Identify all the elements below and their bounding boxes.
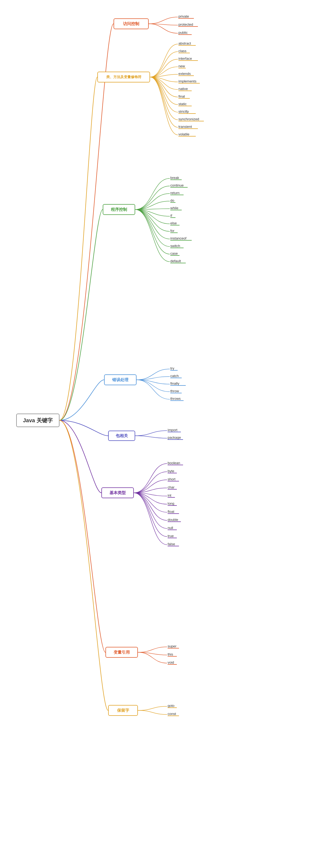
leaf-label: throw <box>170 389 179 393</box>
leaf-underline <box>170 400 183 401</box>
leaf-underline <box>178 45 196 46</box>
leaf-underline <box>170 225 179 225</box>
leaf-label: byte <box>168 469 174 473</box>
leaf-underline <box>168 432 181 432</box>
leaf-label: default <box>170 259 181 263</box>
leaf-underline <box>170 240 192 241</box>
category-node: 程序控制 <box>103 204 135 215</box>
leaf-label: protected <box>178 23 193 27</box>
leaf-underline <box>168 530 177 530</box>
leaf-underline <box>178 128 198 129</box>
leaf-underline <box>170 385 186 386</box>
leaf-underline <box>168 481 179 482</box>
leaf-label: true <box>168 534 174 538</box>
leaf-label: do <box>170 198 174 203</box>
leaf-label: break <box>170 176 179 180</box>
leaf-underline <box>168 546 179 546</box>
leaf-label: synchronized <box>178 117 199 121</box>
leaf-underline <box>170 232 178 233</box>
leaf-underline <box>168 465 183 465</box>
leaf-label: strictfp <box>178 110 189 114</box>
leaf-label: long <box>168 501 174 505</box>
leaf-underline <box>178 68 186 68</box>
leaf-underline <box>178 34 192 35</box>
leaf-underline <box>178 18 194 19</box>
leaf-label: volatile <box>178 132 189 136</box>
leaf-underline <box>178 60 198 61</box>
leaf-label: for <box>170 229 174 233</box>
leaf-label: continue <box>170 183 183 187</box>
leaf-underline <box>170 202 175 203</box>
leaf-underline <box>170 187 187 188</box>
leaf-underline <box>178 106 192 106</box>
leaf-label: super <box>168 644 177 648</box>
leaf-underline <box>168 664 177 665</box>
leaf-label: void <box>168 660 174 664</box>
leaf-underline <box>168 656 177 657</box>
leaf-underline <box>168 522 181 522</box>
leaf-label: extends <box>178 72 191 76</box>
category-node: 基本类型 <box>101 487 134 498</box>
leaf-underline <box>178 75 194 76</box>
leaf-label: class <box>178 49 186 53</box>
leaf-label: transient <box>178 125 192 129</box>
leaf-underline <box>178 121 204 121</box>
leaf-label: short <box>168 477 175 481</box>
leaf-label: private <box>178 14 189 19</box>
leaf-label: finally <box>170 381 179 385</box>
leaf-underline <box>168 505 177 506</box>
leaf-label: if <box>170 214 172 218</box>
leaf-underline <box>168 513 179 514</box>
leaf-underline <box>168 489 177 490</box>
leaf-label: switch <box>170 244 180 248</box>
category-node: 访问控制 <box>114 19 149 29</box>
leaf-underline <box>170 217 175 218</box>
leaf-label: int <box>168 493 171 497</box>
leaf-label: const <box>168 712 176 716</box>
leaf-underline <box>178 26 198 27</box>
leaf-underline <box>178 113 196 114</box>
leaf-underline <box>168 716 179 716</box>
leaf-underline <box>170 210 182 210</box>
leaf-label: native <box>178 87 188 91</box>
leaf-label: public <box>178 31 187 35</box>
leaf-underline <box>178 83 200 84</box>
leaf-label: while <box>170 206 178 210</box>
root-node: Java 关键字 <box>16 413 59 427</box>
leaf-label: try <box>170 366 174 370</box>
leaf-label: double <box>168 518 178 522</box>
leaf-label: import <box>168 428 177 432</box>
leaf-label: else <box>170 221 177 225</box>
leaf-underline <box>168 538 177 538</box>
leaf-label: abstract <box>178 41 191 45</box>
leaf-underline <box>170 248 183 248</box>
category-node: 类、方法及变量修饰符 <box>97 72 150 83</box>
leaf-underline <box>170 393 182 393</box>
leaf-underline <box>170 180 182 180</box>
leaf-underline <box>170 370 178 371</box>
leaf-underline <box>170 195 183 195</box>
category-node: 变量引用 <box>106 647 138 658</box>
leaf-underline <box>178 136 196 136</box>
leaf-label: static <box>178 102 186 106</box>
leaf-label: boolean <box>168 461 180 465</box>
leaf-label: case <box>170 251 178 255</box>
leaf-underline <box>168 497 175 498</box>
leaf-label: catch <box>170 374 179 378</box>
leaf-underline <box>168 648 179 649</box>
leaf-label: instanceof <box>170 236 186 240</box>
leaf-label: final <box>178 94 185 98</box>
leaf-label: float <box>168 509 174 514</box>
leaf-underline <box>170 255 179 256</box>
leaf-label: false <box>168 542 175 546</box>
leaf-label: return <box>170 191 179 195</box>
mindmap: Java 关键字 访问控制privateprotectedpublic类、方法及… <box>0 0 322 868</box>
connections-svg <box>0 0 322 868</box>
leaf-label: implements <box>178 79 196 83</box>
leaf-label: interface <box>178 57 192 61</box>
root-label: Java 关键字 <box>23 417 53 424</box>
leaf-underline <box>168 439 183 440</box>
leaf-label: package <box>168 435 181 439</box>
leaf-underline <box>168 707 177 708</box>
leaf-underline <box>170 263 186 263</box>
